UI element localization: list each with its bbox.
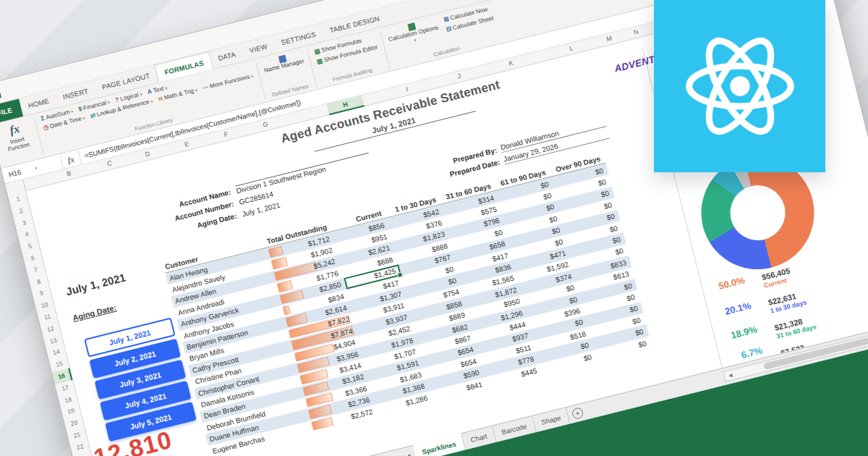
logical-icon: ? — [114, 96, 119, 104]
show-formula-editor-icon: ▥ — [316, 57, 323, 65]
hero-background: X FILEHOMEINSERTPAGE LAYOUTFORMULASDATAV… — [0, 0, 868, 456]
more-functions-icon: ⋯ — [202, 84, 209, 92]
dropdown-caret-icon: ▾ — [140, 92, 142, 96]
sheet-nav-right-icon[interactable]: ▸ — [407, 452, 412, 456]
insert-function-button[interactable]: fx Insert Function — [0, 117, 37, 154]
date-time-icon: ◷ — [43, 124, 49, 132]
autosum-icon: Σ — [41, 115, 46, 122]
react-logo-icon — [681, 32, 799, 140]
lookup-reference-icon: ⇄ — [90, 112, 96, 119]
name-box-value: H16 — [8, 168, 22, 179]
date-list: July 1, 2021July 2, 2021July 3, 2021July… — [84, 318, 197, 442]
databar — [282, 305, 291, 316]
sidebar-aging-label: Aging Date: — [72, 303, 117, 323]
dropdown-caret-icon: ▾ — [414, 37, 417, 43]
dropdown-caret-icon: ▾ — [71, 109, 74, 113]
add-sheet-button[interactable]: + — [571, 407, 584, 420]
scroll-left-icon[interactable]: ◀ — [724, 371, 736, 380]
sheet-nav-left-icon[interactable]: ◂ — [401, 453, 405, 456]
calculate-sheet-icon: ⊟ — [446, 25, 452, 33]
math-trig-icon: π — [158, 95, 163, 102]
dropdown-caret-icon: ▾ — [165, 85, 168, 90]
calculate-now-icon: ⊞ — [443, 15, 450, 22]
text-icon: A — [147, 88, 153, 96]
dropdown-caret-icon: ▾ — [150, 98, 153, 103]
name-box-caret-icon: ▾ — [35, 165, 38, 171]
databar — [311, 417, 333, 431]
dropdown-caret-icon: ▾ — [82, 116, 85, 120]
excel-app-icon: X — [0, 87, 1, 101]
dropdown-caret-icon: ▾ — [107, 100, 110, 104]
show-formulas-icon: ▤ — [314, 48, 321, 56]
dropdown-caret-icon: ▾ — [250, 74, 253, 78]
react-badge — [654, 0, 825, 172]
dropdown-caret-icon: ▾ — [195, 88, 197, 92]
financial-icon: $ — [78, 106, 83, 113]
